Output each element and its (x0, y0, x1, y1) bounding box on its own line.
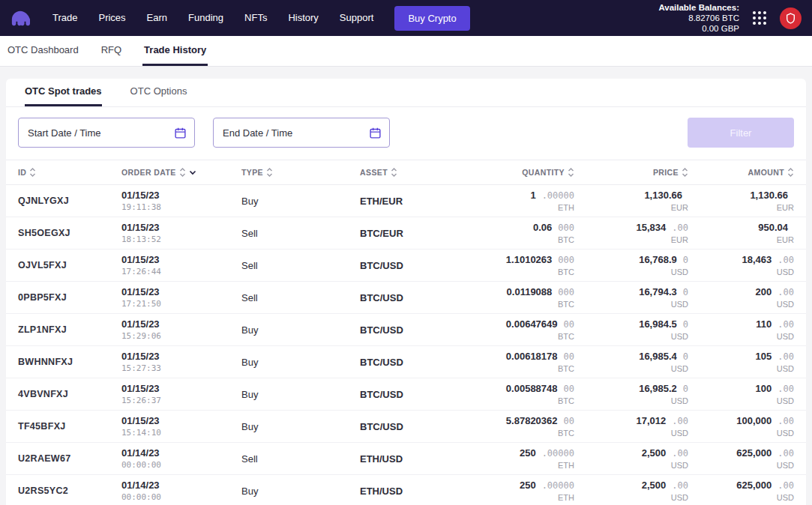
amount-trailing-zeros: .00 (778, 287, 794, 297)
nav-item-support[interactable]: Support (329, 0, 385, 36)
start-date-input[interactable] (28, 127, 174, 139)
column-label: TYPE (241, 168, 263, 177)
table-row: ZLP1NFXJ 01/15/23 15:29:06 Buy BTC/USD 0… (6, 314, 806, 346)
filter-button[interactable]: Filter (688, 118, 794, 148)
trade-asset: BTC/USD (355, 411, 439, 443)
order-date: 01/15/23 (121, 286, 232, 297)
column-header-order-date[interactable]: ORDER DATE (117, 160, 237, 185)
column-header-id[interactable]: ID (6, 160, 117, 185)
nav-item-prices[interactable]: Prices (88, 0, 136, 36)
price-trailing-zeros: 0 (683, 319, 688, 330)
column-header-asset[interactable]: ASSET (355, 160, 439, 185)
price-trailing-zeros: 0 (683, 384, 688, 394)
security-shield-icon[interactable] (780, 7, 802, 29)
tab-otc-spot-trades[interactable]: OTC Spot trades (25, 79, 102, 106)
column-label: AMOUNT (748, 168, 784, 177)
trade-asset: BTC/USD (355, 282, 439, 314)
tab-otc-options[interactable]: OTC Options (130, 79, 187, 106)
trade-type: Buy (237, 411, 355, 443)
balance-btc: 8.82706 BTC (658, 13, 739, 23)
nav-item-funding[interactable]: Funding (178, 0, 234, 36)
table-row: 4VBVNFXJ 01/15/23 15:26:37 Buy BTC/USD 0… (6, 378, 806, 411)
amount-value: 18,463 (736, 242, 778, 279)
trade-id: U2RAEW67 (6, 443, 117, 475)
trade-type: Buy (237, 346, 355, 378)
apps-grid-icon[interactable] (750, 8, 769, 28)
main-content: OTC Spot trades OTC Options (0, 67, 812, 505)
kraken-logo-icon[interactable] (10, 9, 30, 27)
trade-id: TF45BFXJ (6, 411, 117, 443)
sort-icon (787, 167, 794, 178)
trade-asset: BTC/USD (355, 250, 439, 282)
trade-id: ZLP1NFXJ (6, 314, 117, 346)
end-date-field[interactable] (213, 118, 390, 148)
subnav-item-rfq[interactable]: RFQ (100, 36, 123, 66)
amount-value: 105 (750, 339, 778, 375)
topnav-right: Available Balances: 8.82706 BTC 0.00 GBP (658, 2, 802, 34)
price-value: 2,500 (636, 435, 673, 472)
price-value: 2,500 (636, 468, 673, 504)
quantity-trailing-zeros: 000 (558, 223, 574, 233)
sort-icon (266, 167, 273, 178)
nav-item-history[interactable]: History (277, 0, 328, 36)
price-trailing-zeros: 0 (683, 255, 688, 265)
order-date: 01/15/23 (121, 318, 232, 330)
trade-asset: BTC/USD (355, 378, 439, 411)
trade-asset: ETH/USD (355, 443, 439, 475)
amount-trailing-zeros: .00 (778, 416, 794, 426)
top-nav: Trade Prices Earn Funding NFTs History S… (0, 0, 812, 36)
order-date-cell: 01/15/23 15:26:37 (117, 378, 237, 411)
price-value: 17,012 (631, 403, 673, 440)
amount-trailing-zeros: .00 (778, 351, 794, 362)
quantity-value: 0.06 (527, 210, 558, 247)
quantity-value: 0.0119088 (501, 274, 559, 311)
column-header-type[interactable]: TYPE (237, 160, 355, 185)
nav-item-earn[interactable]: Earn (136, 0, 178, 36)
amount-trailing-zeros: .00 (778, 384, 794, 394)
trade-asset: ETH/EUR (355, 185, 439, 217)
trade-id: QJNLYGXJ (6, 185, 117, 217)
order-date: 01/15/23 (121, 415, 232, 426)
quantity-trailing-zeros: 00 (564, 384, 574, 394)
quantity-unit: ETH (444, 461, 574, 470)
trade-type: Buy (237, 314, 355, 346)
nav-item-nfts[interactable]: NFTs (234, 0, 277, 36)
column-label: QUANTITY (522, 168, 565, 177)
buy-crypto-button[interactable]: Buy Crypto (394, 6, 469, 31)
amount-trailing-zeros: .00 (778, 480, 794, 491)
quantity-value: 250 (514, 468, 542, 504)
subnav-item-trade-history[interactable]: Trade History (142, 36, 208, 66)
quantity-cell: 1.00000 ETH (439, 185, 579, 217)
calendar-icon[interactable] (369, 127, 382, 139)
quantity-trailing-zeros: 00 (564, 351, 574, 362)
trade-type: Sell (237, 443, 355, 475)
trade-id: SH5OEGXJ (6, 217, 117, 250)
order-time: 17:21:50 (121, 299, 232, 309)
order-date-cell: 01/15/23 15:27:33 (117, 346, 237, 378)
table-row: BWHNNFXJ 01/15/23 15:27:33 Buy BTC/USD 0… (6, 346, 806, 378)
trade-asset: BTC/USD (355, 346, 439, 378)
column-header-quantity[interactable]: QUANTITY (439, 160, 579, 185)
subnav-item-otc-dashboard[interactable]: OTC Dashboard (6, 36, 80, 66)
order-time: 18:13:52 (121, 235, 232, 244)
nav-item-trade[interactable]: Trade (42, 0, 88, 36)
column-label: ID (18, 168, 26, 177)
trade-id: 0PBP5FXJ (6, 282, 117, 314)
price-trailing-zeros: .00 (672, 223, 688, 233)
order-date: 01/15/23 (121, 190, 232, 201)
trade-asset: ETH/USD (355, 475, 439, 505)
table-row: TF45BFXJ 01/15/23 15:14:10 Buy BTC/USD 5… (6, 411, 806, 443)
start-date-field[interactable] (18, 118, 195, 148)
order-date: 01/15/23 (121, 383, 232, 394)
quantity-cell: 250.00000 ETH (439, 443, 579, 475)
order-date: 01/15/23 (121, 222, 232, 233)
sort-icon (29, 167, 36, 178)
amount-value: 110 (750, 306, 778, 343)
trade-type: Sell (237, 217, 355, 250)
end-date-input[interactable] (223, 127, 369, 139)
quantity-value: 1 (524, 178, 541, 214)
calendar-icon[interactable] (174, 127, 187, 139)
amount-unit: USD (697, 300, 794, 309)
amount-value: 200 (750, 274, 778, 311)
order-date-cell: 01/15/23 15:29:06 (117, 314, 237, 346)
